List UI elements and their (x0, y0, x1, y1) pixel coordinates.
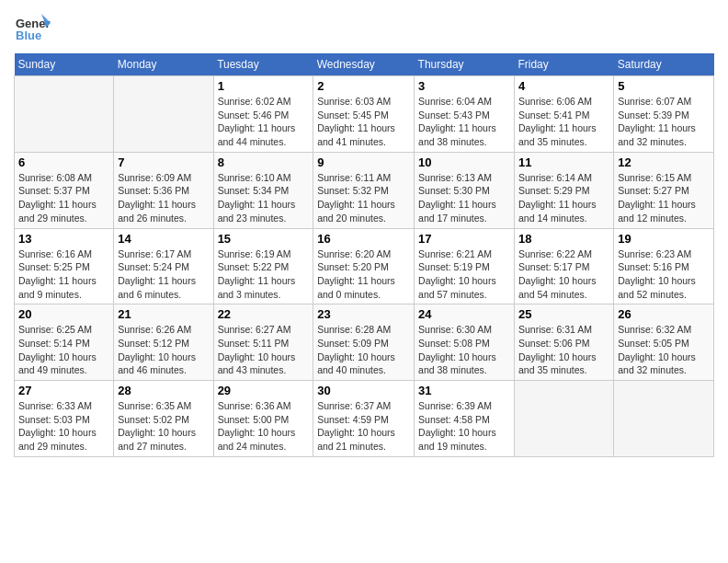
logo-icon: General Blue (14, 9, 51, 46)
calendar-day-cell (15, 76, 114, 153)
day-number: 6 (18, 155, 109, 169)
day-info: Sunrise: 6:22 AMSunset: 5:17 PMDaylight:… (518, 247, 609, 302)
day-number: 15 (218, 232, 310, 246)
day-info: Sunrise: 6:07 AMSunset: 5:39 PMDaylight:… (618, 95, 710, 149)
day-number: 21 (118, 307, 209, 321)
day-number: 10 (418, 155, 510, 169)
day-info: Sunrise: 6:37 AMSunset: 4:59 PMDaylight:… (317, 399, 410, 454)
day-number: 18 (518, 232, 609, 246)
day-number: 22 (218, 307, 310, 321)
calendar-day-cell: 1Sunrise: 6:02 AMSunset: 5:46 PMDaylight… (213, 76, 313, 153)
calendar-day-cell: 22Sunrise: 6:27 AMSunset: 5:11 PMDayligh… (213, 304, 313, 381)
day-info: Sunrise: 6:15 AMSunset: 5:27 PMDaylight:… (618, 171, 710, 225)
calendar-day-cell: 30Sunrise: 6:37 AMSunset: 4:59 PMDayligh… (313, 381, 415, 457)
day-info: Sunrise: 6:17 AMSunset: 5:24 PMDaylight:… (118, 247, 209, 302)
day-info: Sunrise: 6:32 AMSunset: 5:05 PMDaylight:… (618, 323, 710, 377)
day-info: Sunrise: 6:23 AMSunset: 5:16 PMDaylight:… (618, 247, 710, 302)
day-number: 26 (618, 307, 710, 321)
day-number: 11 (518, 155, 609, 169)
day-info: Sunrise: 6:36 AMSunset: 5:00 PMDaylight:… (218, 399, 310, 454)
calendar-day-cell: 8Sunrise: 6:10 AMSunset: 5:34 PMDaylight… (213, 152, 313, 228)
day-info: Sunrise: 6:13 AMSunset: 5:30 PMDaylight:… (418, 171, 510, 225)
calendar-day-cell: 5Sunrise: 6:07 AMSunset: 5:39 PMDaylight… (614, 76, 714, 153)
calendar-day-cell: 28Sunrise: 6:35 AMSunset: 5:02 PMDayligh… (114, 381, 213, 457)
day-number: 13 (18, 232, 109, 246)
calendar-day-cell: 10Sunrise: 6:13 AMSunset: 5:30 PMDayligh… (415, 152, 515, 228)
calendar-day-cell: 29Sunrise: 6:36 AMSunset: 5:00 PMDayligh… (213, 381, 313, 457)
day-number: 4 (518, 79, 609, 93)
calendar-day-cell: 12Sunrise: 6:15 AMSunset: 5:27 PMDayligh… (614, 152, 714, 228)
day-info: Sunrise: 6:03 AMSunset: 5:45 PMDaylight:… (317, 95, 410, 149)
calendar-day-cell (114, 76, 213, 153)
day-info: Sunrise: 6:35 AMSunset: 5:02 PMDaylight:… (118, 399, 209, 454)
calendar-week-row: 27Sunrise: 6:33 AMSunset: 5:03 PMDayligh… (15, 381, 714, 457)
day-info: Sunrise: 6:19 AMSunset: 5:22 PMDaylight:… (218, 247, 310, 302)
day-info: Sunrise: 6:25 AMSunset: 5:14 PMDaylight:… (18, 323, 109, 377)
day-number: 9 (317, 155, 410, 169)
day-number: 17 (418, 232, 510, 246)
calendar-day-cell: 6Sunrise: 6:08 AMSunset: 5:37 PMDaylight… (15, 152, 114, 228)
day-number: 30 (317, 384, 410, 397)
day-number: 12 (618, 155, 710, 169)
calendar-day-cell: 13Sunrise: 6:16 AMSunset: 5:25 PMDayligh… (15, 228, 114, 304)
day-info: Sunrise: 6:31 AMSunset: 5:06 PMDaylight:… (518, 323, 609, 377)
day-info: Sunrise: 6:33 AMSunset: 5:03 PMDaylight:… (18, 399, 109, 454)
calendar-day-cell: 26Sunrise: 6:32 AMSunset: 5:05 PMDayligh… (614, 304, 714, 381)
day-info: Sunrise: 6:16 AMSunset: 5:25 PMDaylight:… (18, 247, 109, 302)
calendar-day-cell (514, 381, 613, 457)
day-number: 5 (618, 79, 710, 93)
day-number: 27 (18, 384, 109, 397)
calendar-day-cell: 14Sunrise: 6:17 AMSunset: 5:24 PMDayligh… (114, 228, 213, 304)
day-number: 20 (18, 307, 109, 321)
day-info: Sunrise: 6:27 AMSunset: 5:11 PMDaylight:… (218, 323, 310, 377)
day-info: Sunrise: 6:08 AMSunset: 5:37 PMDaylight:… (18, 171, 109, 225)
weekday-header-sunday: Sunday (15, 53, 114, 76)
calendar-day-cell: 18Sunrise: 6:22 AMSunset: 5:17 PMDayligh… (514, 228, 613, 304)
day-info: Sunrise: 6:21 AMSunset: 5:19 PMDaylight:… (418, 247, 510, 302)
day-number: 31 (418, 384, 510, 397)
calendar-day-cell: 17Sunrise: 6:21 AMSunset: 5:19 PMDayligh… (415, 228, 515, 304)
day-number: 7 (118, 155, 209, 169)
calendar-week-row: 20Sunrise: 6:25 AMSunset: 5:14 PMDayligh… (15, 304, 714, 381)
calendar-day-cell: 31Sunrise: 6:39 AMSunset: 4:58 PMDayligh… (415, 381, 515, 457)
day-info: Sunrise: 6:04 AMSunset: 5:43 PMDaylight:… (418, 95, 510, 149)
calendar-week-row: 13Sunrise: 6:16 AMSunset: 5:25 PMDayligh… (15, 228, 714, 304)
day-number: 16 (317, 232, 410, 246)
calendar-day-cell: 25Sunrise: 6:31 AMSunset: 5:06 PMDayligh… (514, 304, 613, 381)
day-number: 29 (218, 384, 310, 397)
weekday-header-thursday: Thursday (415, 53, 515, 76)
calendar-day-cell: 9Sunrise: 6:11 AMSunset: 5:32 PMDaylight… (313, 152, 415, 228)
calendar-week-row: 1Sunrise: 6:02 AMSunset: 5:46 PMDaylight… (15, 76, 714, 153)
day-info: Sunrise: 6:09 AMSunset: 5:36 PMDaylight:… (118, 171, 209, 225)
calendar-day-cell: 24Sunrise: 6:30 AMSunset: 5:08 PMDayligh… (415, 304, 515, 381)
svg-text:Blue: Blue (16, 29, 41, 42)
calendar-day-cell: 27Sunrise: 6:33 AMSunset: 5:03 PMDayligh… (15, 381, 114, 457)
calendar-table: SundayMondayTuesdayWednesdayThursdayFrid… (14, 53, 714, 457)
day-number: 24 (418, 307, 510, 321)
weekday-header-wednesday: Wednesday (313, 53, 415, 76)
day-number: 3 (418, 79, 510, 93)
header: General Blue (14, 9, 714, 46)
day-info: Sunrise: 6:30 AMSunset: 5:08 PMDaylight:… (418, 323, 510, 377)
weekday-header-tuesday: Tuesday (213, 53, 313, 76)
calendar-day-cell: 16Sunrise: 6:20 AMSunset: 5:20 PMDayligh… (313, 228, 415, 304)
day-number: 1 (218, 79, 310, 93)
day-info: Sunrise: 6:02 AMSunset: 5:46 PMDaylight:… (218, 95, 310, 149)
calendar-day-cell: 20Sunrise: 6:25 AMSunset: 5:14 PMDayligh… (15, 304, 114, 381)
calendar-day-cell: 3Sunrise: 6:04 AMSunset: 5:43 PMDaylight… (415, 76, 515, 153)
day-info: Sunrise: 6:28 AMSunset: 5:09 PMDaylight:… (317, 323, 410, 377)
day-number: 2 (317, 79, 410, 93)
calendar-day-cell: 19Sunrise: 6:23 AMSunset: 5:16 PMDayligh… (614, 228, 714, 304)
calendar-day-cell: 2Sunrise: 6:03 AMSunset: 5:45 PMDaylight… (313, 76, 415, 153)
calendar-day-cell: 7Sunrise: 6:09 AMSunset: 5:36 PMDaylight… (114, 152, 213, 228)
calendar-day-cell: 15Sunrise: 6:19 AMSunset: 5:22 PMDayligh… (213, 228, 313, 304)
weekday-header-monday: Monday (114, 53, 213, 76)
calendar-day-cell: 21Sunrise: 6:26 AMSunset: 5:12 PMDayligh… (114, 304, 213, 381)
day-number: 14 (118, 232, 209, 246)
calendar-day-cell (614, 381, 714, 457)
calendar-day-cell: 23Sunrise: 6:28 AMSunset: 5:09 PMDayligh… (313, 304, 415, 381)
day-number: 19 (618, 232, 710, 246)
weekday-header-row: SundayMondayTuesdayWednesdayThursdayFrid… (15, 53, 714, 76)
day-info: Sunrise: 6:20 AMSunset: 5:20 PMDaylight:… (317, 247, 410, 302)
day-info: Sunrise: 6:06 AMSunset: 5:41 PMDaylight:… (518, 95, 609, 149)
